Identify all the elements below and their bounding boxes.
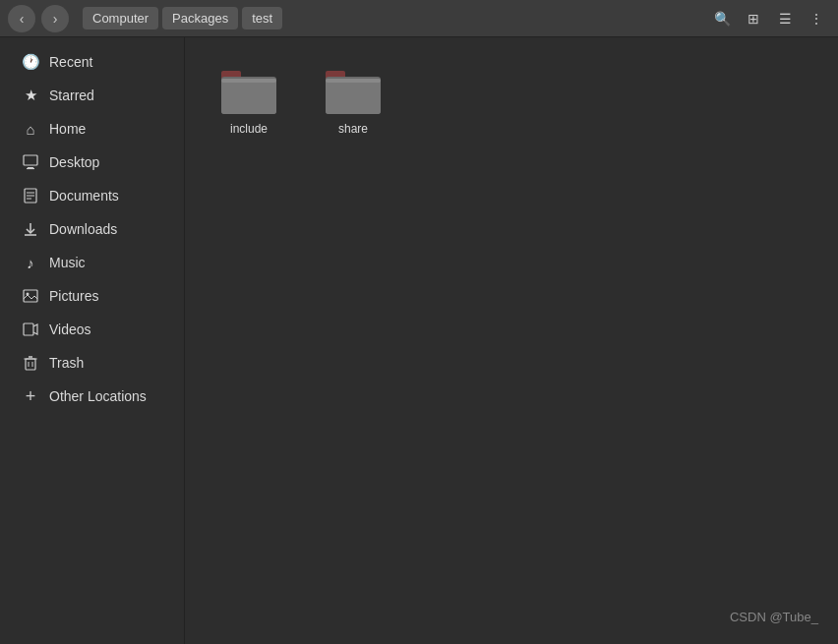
sidebar-item-pictures[interactable]: Pictures [6, 280, 178, 312]
folder-share[interactable]: share [309, 57, 397, 144]
folder-share-label: share [338, 122, 368, 136]
sidebar-label-videos: Videos [49, 322, 91, 337]
desktop-icon [22, 153, 39, 171]
sidebar-item-trash[interactable]: Trash [6, 347, 178, 379]
starred-icon: ★ [22, 87, 39, 104]
breadcrumb: Computer Packages test [75, 7, 702, 29]
breadcrumb-packages[interactable]: Packages [162, 7, 238, 29]
sidebar-item-documents[interactable]: Documents [6, 180, 178, 211]
sidebar-item-videos[interactable]: Videos [6, 314, 178, 345]
sidebar-item-other-locations[interactable]: + Other Locations [6, 381, 178, 412]
sidebar-label-downloads: Downloads [49, 221, 117, 237]
breadcrumb-computer[interactable]: Computer [83, 7, 158, 29]
folder-share-icon [324, 65, 383, 116]
videos-icon [22, 321, 39, 338]
file-area: include share CSDN @Tube_ [185, 37, 838, 644]
sidebar-label-recent: Recent [49, 54, 92, 70]
svg-rect-19 [221, 79, 276, 114]
breadcrumb-test[interactable]: test [242, 7, 282, 29]
folder-include[interactable]: include [205, 57, 293, 144]
svg-rect-0 [24, 155, 37, 165]
trash-icon [22, 354, 39, 372]
folder-include-label: include [230, 122, 268, 136]
pictures-icon [22, 287, 39, 305]
sidebar-label-starred: Starred [49, 88, 94, 103]
svg-rect-24 [326, 79, 381, 83]
back-button[interactable]: ‹ [8, 5, 35, 32]
svg-rect-11 [24, 323, 33, 335]
svg-rect-23 [326, 79, 381, 114]
sidebar-item-desktop[interactable]: Desktop [6, 146, 178, 178]
music-icon: ♪ [22, 254, 39, 271]
sidebar-item-music[interactable]: ♪ Music [6, 247, 178, 278]
watermark: CSDN @Tube_ [730, 610, 818, 624]
sidebar: 🕐 Recent ★ Starred ⌂ Home Desktop [0, 37, 185, 644]
sidebar-item-downloads[interactable]: Downloads [6, 213, 178, 245]
grid-view-button[interactable]: ⊞ [740, 5, 767, 32]
sidebar-label-other-locations: Other Locations [49, 388, 147, 404]
menu-button[interactable]: ⋮ [803, 5, 830, 32]
sidebar-item-recent[interactable]: 🕐 Recent [6, 46, 178, 78]
sidebar-item-home[interactable]: ⌂ Home [6, 113, 178, 145]
main-content: 🕐 Recent ★ Starred ⌂ Home Desktop [0, 37, 838, 644]
sidebar-label-desktop: Desktop [49, 154, 99, 170]
list-view-button[interactable]: ☰ [771, 5, 799, 32]
titlebar: ‹ › Computer Packages test 🔍 ⊞ ☰ ⋮ [0, 0, 838, 37]
titlebar-actions: 🔍 ⊞ ☰ ⋮ [708, 5, 830, 32]
other-locations-icon: + [22, 387, 39, 405]
svg-rect-12 [26, 359, 35, 370]
home-icon: ⌂ [22, 120, 39, 138]
folder-include-icon [219, 65, 278, 116]
search-button[interactable]: 🔍 [708, 5, 736, 32]
svg-rect-9 [24, 290, 37, 302]
sidebar-label-documents: Documents [49, 188, 119, 204]
documents-icon [22, 187, 39, 205]
sidebar-label-music: Music [49, 255, 86, 270]
svg-rect-20 [221, 79, 276, 83]
recent-icon: 🕐 [22, 53, 39, 71]
sidebar-label-trash: Trash [49, 355, 84, 371]
sidebar-label-pictures: Pictures [49, 288, 99, 304]
forward-button[interactable]: › [41, 5, 69, 32]
sidebar-label-home: Home [49, 121, 86, 137]
downloads-icon [22, 220, 39, 238]
sidebar-item-starred[interactable]: ★ Starred [6, 80, 178, 111]
